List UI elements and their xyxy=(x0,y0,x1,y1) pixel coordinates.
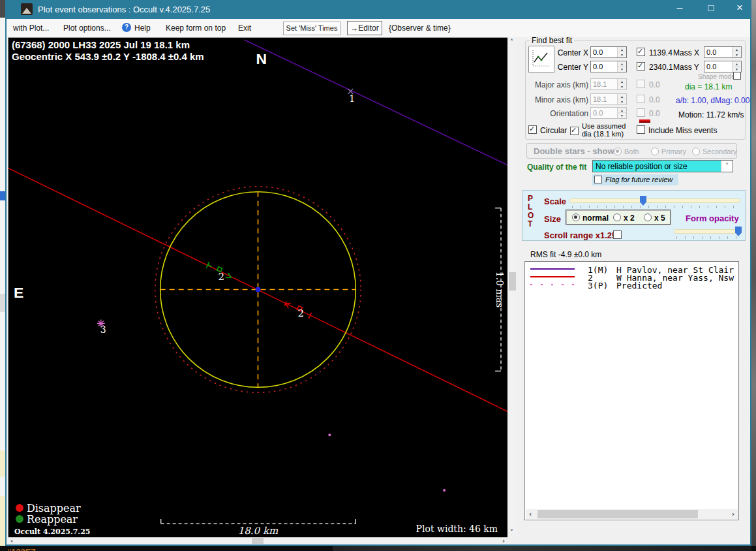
observer-time-label[interactable]: {Observer & time} xyxy=(389,24,451,33)
mass-y-spinner[interactable]: 0.0 ▲▼ xyxy=(704,61,742,72)
observation-line-sample xyxy=(530,268,575,270)
center-x-label: Center X xyxy=(543,48,588,57)
shape-model-checkbox[interactable] xyxy=(733,72,741,80)
scroll-left-arrow[interactable]: ‹ xyxy=(10,537,13,544)
close-button[interactable]: × xyxy=(727,1,753,17)
shape-model-label: Shape model xyxy=(698,73,736,80)
listbox-horizontal-scrollbar[interactable]: ‹ › xyxy=(526,509,738,519)
vertical-scale-label: 1.0 mas xyxy=(494,272,505,307)
center-y-spin-buttons[interactable]: ▲▼ xyxy=(617,61,626,72)
double-stars-both-label: Both xyxy=(624,148,639,155)
center-y-fit-checkbox[interactable] xyxy=(637,62,645,71)
scale-slider-thumb[interactable] xyxy=(640,196,646,206)
menu-keep-form-on-top[interactable]: Keep form on top xyxy=(166,24,226,33)
use-assumed-line1: Use assumed xyxy=(582,122,626,130)
set-miss-times-button[interactable]: Set 'Miss' Times xyxy=(283,22,340,35)
center-x-fit-checkbox[interactable] xyxy=(637,48,645,56)
listbox-scroll-thumb[interactable] xyxy=(537,510,698,518)
marker-2-red-label: 2 xyxy=(297,307,304,319)
major-axis-value: 18.1 xyxy=(593,80,607,88)
vertical-scroll-thumb[interactable] xyxy=(509,272,516,291)
plot-vertical-scrollbar[interactable]: ˄ ˅ xyxy=(507,37,517,537)
plot-control-panel: P L O T Scale Size normal x 2 x 5 Form o… xyxy=(522,190,746,241)
plot-vertical-letter-o: O xyxy=(528,211,534,220)
center-dot xyxy=(256,287,261,292)
scale-slider-track[interactable] xyxy=(569,198,740,203)
mountain-glyph xyxy=(22,8,31,14)
use-assumed-checkbox[interactable] xyxy=(570,127,579,135)
observation-row[interactable]: 3(P) Predicted xyxy=(525,281,738,289)
opacity-slider-thumb[interactable] xyxy=(735,227,742,236)
orientation-fit-value: 0.0 xyxy=(649,109,660,118)
use-assumed-label: Use assumed dia (18.1 km) xyxy=(582,122,626,138)
taskbar-strip-right-texture xyxy=(333,546,751,551)
size-normal-radio[interactable] xyxy=(572,213,580,221)
mass-x-spin-buttons[interactable]: ▲▼ xyxy=(732,47,741,57)
scroll-right-arrow[interactable]: › xyxy=(502,537,505,544)
mass-x-value: 0.0 xyxy=(706,48,716,56)
center-y-label: Center Y xyxy=(543,63,588,72)
ab-dmag-label: a/b: 1.00, dMag: 0.00 xyxy=(676,96,749,105)
dia-label: dia = 18.1 km xyxy=(685,82,732,91)
opacity-slider-track[interactable] xyxy=(674,229,742,234)
scroll-range-label: Scroll range x1.25 xyxy=(544,230,616,240)
orientation-spinner: 0.0 ▲▼ xyxy=(590,107,627,119)
scroll-range-checkbox[interactable] xyxy=(613,230,622,239)
center-y-value: 0.0 xyxy=(593,63,603,71)
occult-version-label: Occult 4.2025.7.25 xyxy=(14,527,90,536)
plot-header-line2: Geocentric X 543.9 ±0.2 Y -1808.4 ±0.4 k… xyxy=(12,51,204,62)
size-x5-label: x 5 xyxy=(654,213,665,223)
observations-listbox[interactable]: 1(M) H Pavlov, near St Clair 2 W Hanna, … xyxy=(524,261,739,520)
center-y-fit-value: 2340.1 xyxy=(649,63,673,72)
marker-2-green-label: 2 xyxy=(219,272,225,283)
horizontal-scroll-thumb[interactable] xyxy=(252,538,264,544)
flag-review-label: Flag for future review xyxy=(605,176,673,183)
current-line-style-swatch xyxy=(639,119,650,123)
observation-line-sample xyxy=(530,276,575,277)
scroll-down-arrow[interactable]: ˅ xyxy=(510,529,513,536)
listbox-scroll-right-arrow[interactable]: › xyxy=(732,511,734,518)
include-miss-label: Include Miss events xyxy=(648,126,717,135)
listbox-scroll-left-arrow[interactable]: ‹ xyxy=(529,511,532,518)
major-axis-spin-buttons: ▲▼ xyxy=(617,79,626,89)
size-x2-radio[interactable] xyxy=(613,213,621,221)
menu-exit[interactable]: Exit xyxy=(238,24,251,33)
quality-combobox[interactable]: No reliable position or size ˅ xyxy=(592,160,733,172)
compass-east-label: E xyxy=(14,284,23,301)
center-x-spinner[interactable]: 0.0 ▲▼ xyxy=(590,46,627,58)
minimize-button[interactable]: – xyxy=(667,2,693,18)
size-x5-radio[interactable] xyxy=(644,213,652,221)
plot-horizontal-scrollbar[interactable]: ‹ › xyxy=(8,537,507,544)
flag-review-checkbox[interactable] xyxy=(594,176,602,183)
quality-combobox-dropdown[interactable]: ˅ xyxy=(721,161,733,172)
orientation-value: 0.0 xyxy=(593,109,603,117)
maximize-button[interactable]: □ xyxy=(698,2,724,18)
orientation-label: Orientation xyxy=(528,109,588,118)
circular-label: Circular xyxy=(540,126,567,135)
double-stars-secondary-radio xyxy=(692,148,700,155)
rms-fit-label: RMS fit -4.9 ±0.0 km xyxy=(530,250,601,259)
center-y-spinner[interactable]: 0.0 ▲▼ xyxy=(590,61,627,72)
center-x-spin-buttons[interactable]: ▲▼ xyxy=(617,47,626,57)
include-miss-checkbox[interactable] xyxy=(637,125,645,134)
circular-checkbox[interactable] xyxy=(528,125,537,134)
observation-line-sample xyxy=(530,284,575,285)
opacity-slider-ticks xyxy=(676,236,740,239)
background-bottom-left-text: #133E7 xyxy=(7,546,52,551)
menu-with-plot[interactable]: with Plot... xyxy=(13,24,49,33)
menu-plot-options[interactable]: Plot options... xyxy=(63,24,111,33)
title-bar[interactable]: Plot event observations : Occult v.4.202… xyxy=(7,0,750,19)
mass-x-spinner[interactable]: 0.0 ▲▼ xyxy=(704,46,742,58)
app-window: Plot event observations : Occult v.4.202… xyxy=(5,0,751,546)
double-stars-label: Double stars - show xyxy=(534,146,614,156)
plot-canvas[interactable]: (67368) 2000 LH33 2025 Jul 19 18.1 km Ge… xyxy=(8,37,507,537)
plot-width-label: Plot width: 46 km xyxy=(416,524,498,534)
editor-button[interactable]: →Editor xyxy=(347,21,382,35)
help-icon[interactable]: ? xyxy=(122,23,131,32)
scroll-up-arrow[interactable]: ˄ xyxy=(510,39,513,46)
background-left-grey-box xyxy=(0,294,5,312)
menu-help[interactable]: Help xyxy=(134,24,151,33)
window-title: Plot event observations : Occult v.4.202… xyxy=(38,5,210,14)
mass-y-spin-buttons[interactable]: ▲▼ xyxy=(732,61,741,72)
major-axis-fit-checkbox xyxy=(637,80,645,88)
